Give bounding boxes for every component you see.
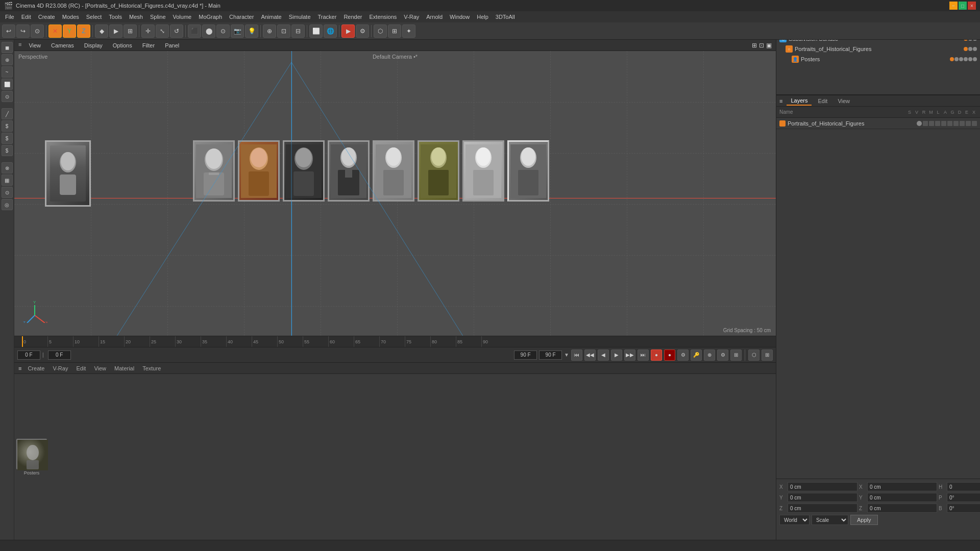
camera-btn[interactable]: 📷	[231, 24, 244, 38]
coord-apply-btn[interactable]: Apply	[850, 515, 878, 525]
transport-play[interactable]: ▶	[611, 349, 622, 361]
transport-first-frame[interactable]: ⏮	[571, 349, 582, 361]
vp-menu-display[interactable]: Display	[81, 41, 106, 49]
menu-edit[interactable]: Edit	[18, 13, 34, 21]
material-item-posters[interactable]: Posters	[16, 439, 47, 475]
menu-vray[interactable]: V-Ray	[401, 13, 422, 21]
points-btn[interactable]: ◆	[95, 24, 108, 38]
render-settings-btn[interactable]: ⚙	[356, 24, 369, 38]
menu-modes[interactable]: Modes	[59, 13, 82, 21]
menu-animate[interactable]: Animate	[258, 13, 284, 21]
vp-menu-view[interactable]: View	[26, 41, 44, 49]
current-frame-input[interactable]	[17, 350, 40, 360]
move-btn[interactable]: ✛	[141, 24, 155, 38]
boole-btn[interactable]: ⊕	[263, 24, 276, 38]
lm-tab-edit[interactable]: Edit	[814, 97, 831, 105]
start-frame-input[interactable]	[48, 350, 71, 360]
rotate-z-btn[interactable]: Z	[77, 24, 90, 38]
bp-menu-create[interactable]: Create	[26, 364, 46, 372]
menu-simulate[interactable]: Simulate	[286, 13, 314, 21]
coord-input-y[interactable]	[788, 493, 857, 502]
menu-select[interactable]: Select	[83, 13, 105, 21]
bp-menu-material[interactable]: Material	[112, 364, 136, 372]
lm-dot-r[interactable]	[929, 121, 934, 126]
menu-render[interactable]: Render	[340, 13, 365, 21]
bp-menu-icon[interactable]: ≡	[18, 365, 21, 371]
live-select-btn[interactable]: ⊙	[31, 24, 44, 38]
menu-create[interactable]: Create	[35, 13, 58, 21]
menu-spline[interactable]: Spline	[147, 13, 169, 21]
coord-input-z-rot[interactable]	[867, 504, 937, 513]
menu-file[interactable]: File	[2, 13, 17, 21]
sidebar-volume-mode[interactable]: ⬜	[2, 79, 13, 90]
sidebar-dollar1[interactable]: $	[2, 120, 13, 132]
lm-tab-view[interactable]: View	[834, 97, 854, 105]
viewport-canvas[interactable]: Perspective Default Camera •*	[14, 51, 776, 336]
menu-extensions[interactable]: Extensions	[366, 13, 400, 21]
sidebar-layers[interactable]: ▦	[2, 174, 13, 186]
transport-key[interactable]: 🔑	[691, 349, 702, 361]
vp-icon-1[interactable]: ⊞	[752, 42, 757, 49]
transport-options[interactable]: ⚙	[677, 349, 689, 361]
redo-btn[interactable]: ↪	[16, 24, 30, 38]
viewport[interactable]: ≡ View Cameras Display Options Filter Pa…	[14, 40, 776, 336]
transport-settings[interactable]: ⚙	[717, 349, 728, 361]
coord-input-x[interactable]	[788, 482, 857, 491]
vp-menu-icon[interactable]: ≡	[18, 41, 21, 49]
lm-dot-l[interactable]	[941, 121, 946, 126]
menu-mesh[interactable]: Mesh	[126, 13, 146, 21]
sidebar-circle[interactable]: ◎	[2, 199, 13, 210]
scale-btn[interactable]: ⤡	[156, 24, 169, 38]
cube-btn[interactable]: ⬛	[188, 24, 201, 38]
close-btn[interactable]: ×	[968, 2, 976, 10]
lm-dot-v[interactable]	[923, 121, 928, 126]
lm-item-portraits[interactable]: Portraits_of_Historical_Figures	[776, 118, 980, 129]
timeline[interactable]: 0 5 10 15 20 25 30 35 40 45 50 55 60 65 …	[14, 336, 776, 347]
om-item-portraits[interactable]: ○ Portraits_of_Historical_Figures	[776, 44, 980, 54]
lm-tab-layers[interactable]: Layers	[787, 96, 812, 106]
rotate-y-btn[interactable]: Y	[63, 24, 76, 38]
lm-dot-e[interactable]	[966, 121, 971, 126]
sidebar-tool-b[interactable]: ⊙	[2, 187, 13, 198]
light-btn[interactable]: 💡	[245, 24, 258, 38]
sidebar-dollar3[interactable]: $	[2, 145, 13, 156]
floor-btn[interactable]: ⬜	[309, 24, 323, 38]
fps-input[interactable]	[539, 350, 562, 360]
bp-menu-edit[interactable]: Edit	[74, 364, 88, 372]
lm-dot-g[interactable]	[953, 121, 959, 126]
maximize-btn[interactable]: □	[959, 2, 967, 10]
menu-tools[interactable]: Tools	[106, 13, 125, 21]
lm-dot-m[interactable]	[935, 121, 940, 126]
minimize-btn[interactable]: −	[949, 2, 958, 10]
coord-input-z[interactable]	[788, 504, 857, 513]
lm-menu-icon[interactable]: ≡	[779, 98, 782, 104]
edges-btn[interactable]: ▶	[109, 24, 122, 38]
transport-motion-clip[interactable]: ⊕	[704, 349, 715, 361]
menu-character[interactable]: Character	[226, 13, 257, 21]
om-item-posters[interactable]: 👤 Posters	[776, 54, 980, 64]
rotate-btn[interactable]: ↺	[170, 24, 183, 38]
transport-last-frame[interactable]: ⏭	[638, 349, 649, 361]
sidebar-tool-a[interactable]: ⊗	[2, 162, 13, 173]
vp-icon-3[interactable]: ▣	[766, 42, 772, 49]
coord-mode-select[interactable]: Scale Translate Rotate	[812, 515, 848, 525]
menu-arnold[interactable]: Arnold	[423, 13, 446, 21]
menu-3dtoall[interactable]: 3DToAll	[493, 13, 518, 21]
sidebar-line-tool[interactable]: ╱	[2, 108, 13, 119]
transport-prev-key[interactable]: ◀◀	[584, 349, 596, 361]
menu-tracker[interactable]: Tracker	[315, 13, 340, 21]
transport-record[interactable]: ●	[651, 349, 662, 361]
vp-menu-options[interactable]: Options	[110, 41, 135, 49]
sidebar-spline-mode[interactable]: ~	[2, 66, 13, 78]
menu-help[interactable]: Help	[474, 13, 492, 21]
render-btn[interactable]: ▶	[341, 24, 355, 38]
fps-arrow[interactable]: ▼	[564, 352, 569, 358]
vp-menu-cameras[interactable]: Cameras	[48, 41, 77, 49]
sidebar-sculpt-mode[interactable]: ⊙	[2, 91, 13, 102]
sphere-btn[interactable]: ⬤	[202, 24, 215, 38]
coord-space-select[interactable]: World Object	[779, 515, 810, 525]
snap-btn[interactable]: ✦	[402, 24, 415, 38]
vp-icon-2[interactable]: ⊡	[759, 42, 764, 49]
menu-window[interactable]: Window	[447, 13, 473, 21]
lm-dot-x[interactable]	[972, 121, 977, 126]
